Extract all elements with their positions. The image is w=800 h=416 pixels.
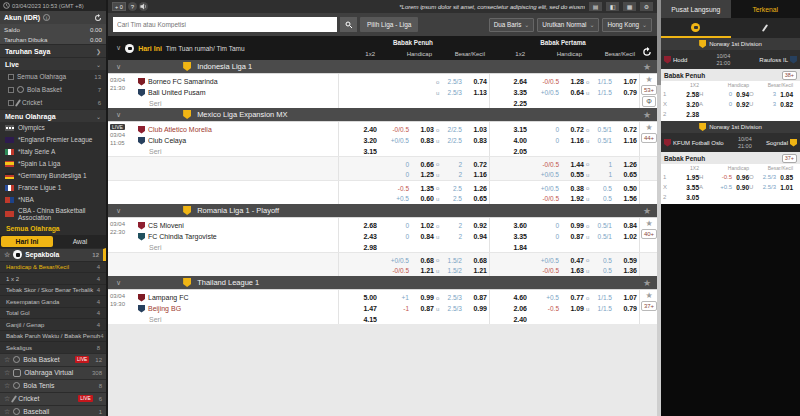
league-header-mexico[interactable]: ∨ Mexico Liga Expansion MX ★ <box>108 108 657 121</box>
market-parlay[interactable]: Sekaligus8 <box>0 341 106 353</box>
odds-over[interactable]: o11.26 <box>586 159 637 170</box>
odds-under[interactable]: u0.51.36 <box>586 266 637 277</box>
grid-icon[interactable]: ▦ <box>623 2 636 11</box>
odds-over[interactable]: o0.5/10.72 <box>586 124 637 135</box>
star-icon[interactable]: ☆ <box>4 251 10 259</box>
odds-away-hdp[interactable]: 01.25 <box>379 170 434 181</box>
odds-home[interactable]: 4.60 <box>490 292 527 303</box>
odds-home-hdp[interactable]: 00.99 <box>529 220 584 231</box>
odds-under[interactable]: u0.5/11.02 <box>586 231 637 242</box>
popular-match-teams[interactable]: KFUM Fotball Oslo 10/0421:00 Sogndal <box>661 133 800 152</box>
odds-2[interactable]: 22.38 <box>663 109 699 119</box>
odds-home[interactable]: 2.68 <box>339 220 377 231</box>
favorite-star-icon[interactable]: ★ <box>645 220 652 228</box>
odds-under[interactable]: u0.51.56 <box>586 194 637 205</box>
live-filter-all-sports[interactable]: Semua Olahraga 13 <box>0 70 106 83</box>
star-icon[interactable]: ☆ <box>4 369 10 377</box>
odds-away-hdp[interactable]: 00.87 <box>529 231 584 242</box>
odds-away-hdp[interactable]: +0.50.60 <box>379 194 434 205</box>
football-filter[interactable] <box>661 18 731 38</box>
star-icon[interactable]: ☆ <box>4 356 10 364</box>
odds-over[interactable]: o2/2.51.03 <box>436 124 487 135</box>
scrollbar-thumb[interactable] <box>657 0 661 85</box>
search-icon[interactable] <box>340 17 357 32</box>
odds-home-hdp[interactable]: +0.50.77 <box>529 292 584 303</box>
odds-over[interactable]: o2.5/30.74 <box>436 76 487 87</box>
odds-under[interactable]: u1/1.50.79 <box>586 87 637 98</box>
odds-away-hdp[interactable]: -10.87 <box>379 303 434 314</box>
sports-menu-header[interactable]: Menu Olahraga⌄ <box>0 109 106 122</box>
odds-format-dropdown[interactable]: Hong Kong⌄ <box>602 18 652 32</box>
sidebar-item-virtual-sports[interactable]: ☆ Olahraga Virtual 308 <box>0 366 106 379</box>
select-league-button[interactable]: Pilih Liga - Liga <box>360 17 418 32</box>
menu-item-seriea[interactable]: *Italy Serie A <box>0 146 106 158</box>
odds-away-hdp[interactable]: 00.84 <box>379 231 434 242</box>
odds-home-hdp[interactable]: 00.72 <box>529 124 584 135</box>
odds-away-hdp[interactable]: A+0.50.90 <box>699 182 749 192</box>
odds-over[interactable]: o1/1.51.07 <box>586 292 637 303</box>
market-handicap-ou[interactable]: Handicap & Besar/Kecil4 <box>0 261 106 273</box>
league-star-icon[interactable]: ★ <box>643 206 651 216</box>
odds-away-hdp[interactable]: -0.51.09 <box>529 303 584 314</box>
home-team[interactable]: Club Atletico Morelia <box>138 124 338 135</box>
cricket-filter[interactable] <box>731 18 800 38</box>
live-filter-cricket[interactable]: Cricket 6 <box>0 96 106 109</box>
market-correct-score[interactable]: Tebak Skor / Skor Benar Terbalik4 <box>0 284 106 296</box>
odds-home-hdp[interactable]: -0.51.35 <box>379 183 434 194</box>
sidebar-item-basketball[interactable]: ☆ Bola Basket LIVE 12 <box>0 353 106 366</box>
league-star-icon[interactable]: ★ <box>643 278 651 288</box>
odds-home-hdp[interactable]: +0/0.50.47 <box>529 255 584 266</box>
odds-away-hdp[interactable]: A00.92 <box>699 99 749 109</box>
odds-over[interactable]: o0.50.50 <box>586 183 637 194</box>
odds-over[interactable]: o20.72 <box>436 159 487 170</box>
odds-1[interactable]: 12.58 <box>663 89 699 99</box>
odds-away-hdp[interactable]: -0/0.51.92 <box>529 194 584 205</box>
odds-home-hdp[interactable]: 00.66 <box>379 159 434 170</box>
home-team[interactable]: Borneo FC Samarinda <box>138 76 338 87</box>
stats-button[interactable]: Φ <box>642 96 656 107</box>
tab-live-center[interactable]: Pusat Langsung <box>661 0 731 18</box>
market-1x2[interactable]: 1 x 24 <box>0 272 106 284</box>
menu-item-ligue1[interactable]: France Ligue 1 <box>0 182 106 194</box>
odds-away-hdp[interactable]: +0/0.50.55 <box>529 170 584 181</box>
odds-under[interactable]: u21.16 <box>436 170 487 181</box>
chevron-down-icon[interactable]: ∨ <box>116 44 121 52</box>
odds-away[interactable]: 3.20 <box>339 135 377 146</box>
star-icon[interactable]: ☆ <box>4 408 10 416</box>
odds-away-hdp[interactable]: +0/0.50.64 <box>529 87 584 98</box>
gear-icon[interactable]: ⚙ <box>640 2 653 11</box>
bet-slip-counter[interactable]: + 0 <box>112 2 126 11</box>
odds-over[interactable]: o20.92 <box>436 220 487 231</box>
odds-away[interactable]: 4.00 <box>490 135 527 146</box>
menu-item-cba[interactable]: CBA - China Basketball Association <box>0 206 106 223</box>
live-header[interactable]: Live⌄ <box>0 57 106 70</box>
odds-under[interactable]: U2.5/31.01 <box>749 182 793 192</box>
odds-under[interactable]: u2.50.65 <box>436 194 487 205</box>
odds-home-hdp[interactable]: -0/0.51.44 <box>529 159 584 170</box>
sort-dropdown[interactable]: Urutkan Normal⌄ <box>537 18 599 32</box>
menu-item-epl[interactable]: *England Premier League <box>0 134 106 146</box>
odds-home-hdp[interactable]: 01.02 <box>379 220 434 231</box>
odds-away[interactable]: 1.47 <box>339 303 377 314</box>
sound-icon[interactable] <box>139 2 148 11</box>
odds-x[interactable]: X3.55 <box>663 182 699 192</box>
odds-home-hdp[interactable]: H00.94 <box>699 89 749 99</box>
odds-under[interactable]: u1/1.50.79 <box>586 303 637 314</box>
league-star-icon[interactable]: ★ <box>643 110 651 120</box>
refresh-icon[interactable] <box>642 43 652 61</box>
odds-home-hdp[interactable]: -0/0.51.28 <box>529 76 584 87</box>
tab-early[interactable]: Awal <box>54 235 106 248</box>
more-markets-button[interactable]: 40+ <box>641 229 657 239</box>
odds-over[interactable]: o0.5/10.84 <box>586 220 637 231</box>
odds-home[interactable]: 2.40 <box>339 124 377 135</box>
odds-over[interactable]: o1.5/20.68 <box>436 255 487 266</box>
odds-home[interactable]: 5.00 <box>339 292 377 303</box>
market-ht-ft[interactable]: Babak Paruh Waktu / Babak Penuh4 <box>0 330 106 342</box>
odds-under[interactable]: u10.65 <box>586 170 637 181</box>
odds-away-hdp[interactable]: 01.16 <box>529 135 584 146</box>
odds-home[interactable]: 3.60 <box>490 220 527 231</box>
sidebar-item-football[interactable]: ☆ Sepakbola 12 <box>0 248 106 261</box>
layout-icon[interactable]: ◧ <box>606 2 619 11</box>
odds-under[interactable]: u2.5/31.13 <box>436 87 487 98</box>
odds-away[interactable]: 2.06 <box>490 303 527 314</box>
